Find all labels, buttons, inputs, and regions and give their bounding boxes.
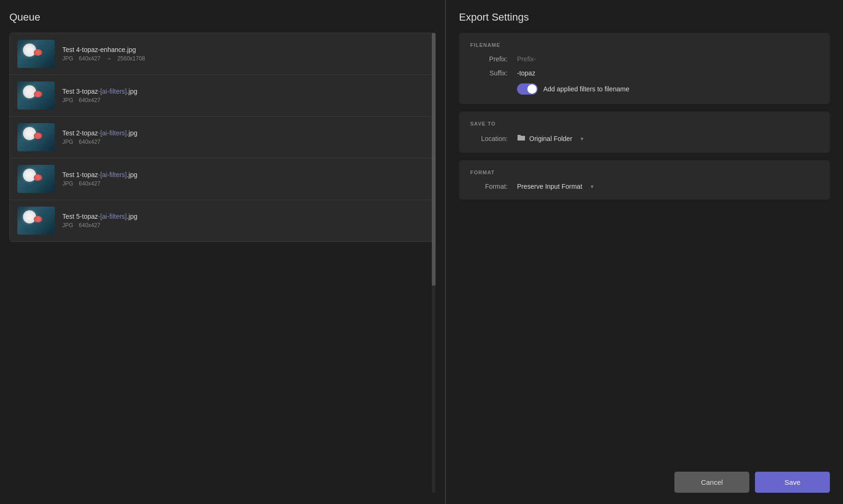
thumbnail-image: [17, 165, 55, 193]
folder-icon: [517, 134, 525, 143]
queue-item-meta: JPG 640x427: [62, 180, 428, 187]
queue-item-meta: JPG 640x427: [62, 222, 428, 229]
item-format: JPG: [62, 55, 73, 62]
queue-item-meta: JPG 640x427 → 2560x1708: [62, 55, 428, 62]
cancel-button[interactable]: Cancel: [674, 472, 749, 493]
location-row: Location: Original Folder ▼: [470, 134, 819, 143]
suffix-label: Suffix:: [470, 69, 508, 77]
queue-item-name: Test 2-topaz-[ai-filters].jpg: [62, 129, 428, 137]
scrollbar-thumb[interactable]: [432, 33, 436, 286]
queue-item-meta: JPG 640x427: [62, 139, 428, 145]
queue-panel: Queue Test 4-topaz-enhance.jpg JPG 640x4…: [0, 0, 445, 504]
export-settings-panel: Export Settings FILENAME Prefix: Suffix:…: [446, 0, 843, 504]
format-label: Format:: [470, 183, 508, 190]
filename-section: FILENAME Prefix: Suffix: -topaz Add appl…: [459, 33, 830, 104]
queue-item[interactable]: Test 3-topaz-[ai-filters].jpg JPG 640x42…: [10, 75, 435, 117]
queue-list: Test 4-topaz-enhance.jpg JPG 640x427 → 2…: [9, 33, 436, 242]
item-dimensions: 640x427: [79, 222, 100, 229]
thumbnail: [17, 165, 55, 193]
item-dimensions: 640x427: [79, 139, 100, 145]
bottom-actions: Cancel Save: [459, 462, 830, 493]
queue-item-meta: JPG 640x427: [62, 97, 428, 104]
thumbnail: [17, 207, 55, 235]
format-dropdown[interactable]: Preserve Input Format ▼: [517, 183, 594, 190]
queue-item[interactable]: Test 1-topaz-[ai-filters].jpg JPG 640x42…: [10, 158, 435, 200]
thumbnail-image: [17, 40, 55, 68]
filters-toggle-container: Add applied filters to filename: [517, 83, 629, 95]
location-value: Original Folder: [529, 135, 572, 142]
thumbnail: [17, 40, 55, 68]
queue-item-info: Test 5-topaz-[ai-filters].jpg JPG 640x42…: [62, 213, 428, 229]
scrollbar-track[interactable]: [432, 33, 436, 493]
thumbnail: [17, 123, 55, 151]
location-label: Location:: [470, 135, 508, 142]
filename-highlight: -[ai-filters]: [98, 213, 126, 220]
queue-item-name: Test 5-topaz-[ai-filters].jpg: [62, 213, 428, 220]
queue-title: Queue: [9, 11, 436, 23]
suffix-value: -topaz: [517, 69, 535, 77]
queue-item-info: Test 2-topaz-[ai-filters].jpg JPG 640x42…: [62, 129, 428, 145]
queue-item-name: Test 4-topaz-enhance.jpg: [62, 46, 428, 53]
queue-item[interactable]: Test 2-topaz-[ai-filters].jpg JPG 640x42…: [10, 117, 435, 158]
item-dimensions: 640x427: [79, 180, 100, 187]
queue-item-name: Test 3-topaz-[ai-filters].jpg: [62, 88, 428, 95]
toggle-label: Add applied filters to filename: [543, 85, 629, 93]
queue-item-info: Test 4-topaz-enhance.jpg JPG 640x427 → 2…: [62, 46, 428, 62]
filename-highlight: -[ai-filters]: [98, 88, 126, 95]
filename-highlight: -[ai-filters]: [98, 129, 126, 137]
item-format: JPG: [62, 97, 73, 104]
format-row: Format: Preserve Input Format ▼: [470, 183, 819, 190]
prefix-label: Prefix:: [470, 55, 508, 63]
queue-item[interactable]: Test 4-topaz-enhance.jpg JPG 640x427 → 2…: [10, 33, 435, 75]
queue-item-name: Test 1-topaz-[ai-filters].jpg: [62, 171, 428, 178]
save-to-section-label: SAVE TO: [470, 121, 819, 126]
toggle-row: Add applied filters to filename: [470, 83, 819, 95]
chevron-down-icon: ▼: [590, 184, 594, 189]
queue-scroll-area: Test 4-topaz-enhance.jpg JPG 640x427 → 2…: [9, 33, 436, 493]
suffix-row: Suffix: -topaz: [470, 69, 819, 77]
prefix-input[interactable]: [517, 55, 599, 63]
prefix-row: Prefix:: [470, 55, 819, 63]
thumbnail-image: [17, 123, 55, 151]
format-section: FORMAT Format: Preserve Input Format ▼: [459, 160, 830, 200]
filename-section-label: FILENAME: [470, 42, 819, 48]
item-format: JPG: [62, 180, 73, 187]
item-format: JPG: [62, 222, 73, 229]
thumbnail: [17, 82, 55, 110]
arrow-icon: →: [106, 55, 111, 62]
item-format: JPG: [62, 139, 73, 145]
item-dimensions: 640x427: [79, 55, 100, 62]
queue-item-info: Test 3-topaz-[ai-filters].jpg JPG 640x42…: [62, 88, 428, 104]
item-output-dimensions: 2560x1708: [117, 55, 145, 62]
filename-highlight: -[ai-filters]: [98, 171, 126, 178]
item-dimensions: 640x427: [79, 97, 100, 104]
save-to-section: SAVE TO Location: Original Folder ▼: [459, 111, 830, 153]
format-section-label: FORMAT: [470, 170, 819, 175]
save-button[interactable]: Save: [755, 472, 830, 493]
chevron-down-icon: ▼: [580, 136, 584, 141]
filters-toggle[interactable]: [517, 83, 538, 95]
location-dropdown[interactable]: Original Folder ▼: [517, 134, 584, 143]
queue-item[interactable]: Test 5-topaz-[ai-filters].jpg JPG 640x42…: [10, 200, 435, 241]
format-value: Preserve Input Format: [517, 183, 582, 190]
thumbnail-image: [17, 82, 55, 110]
export-settings-title: Export Settings: [459, 11, 830, 23]
thumbnail-image: [17, 207, 55, 235]
queue-item-info: Test 1-topaz-[ai-filters].jpg JPG 640x42…: [62, 171, 428, 187]
